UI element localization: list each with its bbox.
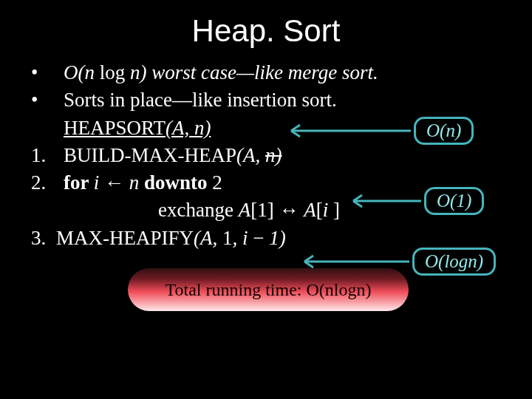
step-number: 1. bbox=[31, 142, 64, 169]
step-1: 1. BUILD-MAX-HEAP(A, n) bbox=[31, 142, 505, 169]
running-time-callout: Total running time: O(nlogn) bbox=[128, 268, 409, 311]
step-3-text: MAX-HEAPIFY(A, 1, i − 1) bbox=[56, 225, 286, 252]
slide-body: • O(n log n) worst case—like merge sort.… bbox=[0, 53, 532, 311]
bullet-marker: • bbox=[31, 86, 64, 114]
bullet-2-text: Sorts in place—like insertion sort. bbox=[64, 86, 337, 114]
step-number: 3. bbox=[31, 225, 56, 252]
bullet-marker: • bbox=[31, 59, 64, 86]
step-2-text: for i ← n downto 2 bbox=[64, 169, 222, 197]
bullet-2: • Sorts in place—like insertion sort. bbox=[31, 86, 505, 114]
heapsort-header: HEAPSORT(A, n) bbox=[64, 115, 505, 142]
step-2b: exchange A[1] ↔ A[i ] bbox=[158, 197, 505, 224]
slide-title: Heap. Sort bbox=[0, 0, 532, 53]
slide: Heap. Sort • O(n log n) worst case—like … bbox=[0, 0, 532, 399]
step-2: 2. for i ← n downto 2 bbox=[31, 169, 505, 197]
step-1-text: BUILD-MAX-HEAP(A, n) bbox=[64, 142, 282, 169]
step-3: 3. MAX-HEAPIFY(A, 1, i − 1) bbox=[31, 225, 505, 252]
bullet-1: • O(n log n) worst case—like merge sort. bbox=[31, 59, 505, 86]
bullet-1-text: O(n log n) worst case—like merge sort. bbox=[64, 59, 378, 86]
step-number: 2. bbox=[31, 169, 64, 197]
